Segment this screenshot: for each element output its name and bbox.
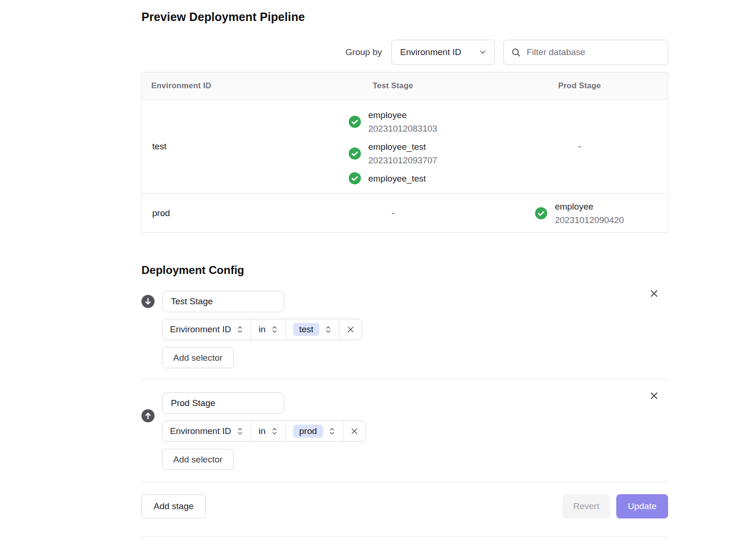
database-item: employee 20231012090420 [535, 200, 624, 227]
database-label: employee_test 20231012093707 [368, 140, 437, 167]
table-header: Environment ID Test Stage Prod Stage [142, 72, 668, 100]
database-list: employee 20231012083103 employee_test 20… [349, 108, 437, 185]
empty-stage-indicator: - [295, 208, 492, 218]
database-item: employee 20231012083103 [349, 108, 437, 135]
selector-operator-dropdown[interactable]: in [251, 421, 285, 441]
group-by-selected-value: Environment ID [400, 47, 461, 57]
pipeline-table: Environment ID Test Stage Prod Stage tes… [141, 72, 668, 233]
remove-selector-button[interactable] [339, 319, 362, 340]
database-label: employee 20231012083103 [368, 108, 437, 135]
selector-operator-label: in [259, 324, 266, 335]
search-icon [511, 48, 521, 57]
selector-key-label: Environment ID [170, 324, 231, 335]
remove-selector-button[interactable] [343, 421, 366, 441]
column-header-environment: Environment ID [142, 81, 295, 91]
selector-operator-label: in [259, 426, 266, 436]
page-title: Preview Deployment Pipeline [141, 10, 668, 24]
selector-key-label: Environment ID [170, 426, 231, 436]
database-name: employee_test [368, 172, 426, 185]
selector-value-badge: prod [293, 425, 323, 438]
add-selector-button[interactable]: Add selector [162, 449, 234, 470]
database-timestamp: 20231012093707 [368, 154, 437, 167]
group-by-select[interactable]: Environment ID [391, 40, 495, 65]
selector-value-dropdown[interactable]: test [285, 319, 339, 340]
up-down-chevrons-icon [237, 427, 243, 436]
database-name: employee [555, 200, 624, 213]
database-item: employee_test [349, 172, 426, 185]
up-down-chevrons-icon [325, 325, 331, 334]
close-icon [648, 288, 660, 299]
stage-main: Environment ID in prod [162, 392, 668, 470]
close-icon [346, 325, 355, 334]
filter-database-input[interactable] [527, 47, 660, 57]
column-header-test-stage: Test Stage [295, 81, 492, 91]
stage-name-input[interactable] [162, 392, 284, 414]
stage-config-test: Environment ID in test [141, 291, 668, 379]
table-row: prod - employee 20231012090420 [142, 193, 668, 232]
database-timestamp: 20231012090420 [555, 213, 624, 227]
close-icon [350, 427, 359, 436]
arrow-up-circle-icon [141, 409, 155, 422]
stage-name-input[interactable] [162, 291, 284, 312]
selector-key-dropdown[interactable]: Environment ID [162, 319, 251, 340]
stage-main: Environment ID in test [162, 291, 668, 368]
selector-key-dropdown[interactable]: Environment ID [162, 421, 251, 441]
check-circle-icon [349, 116, 361, 128]
chevron-down-icon [479, 48, 487, 56]
database-label: employee_test [368, 172, 426, 185]
arrow-down-circle-icon [141, 295, 155, 308]
stage-config-prod: Environment ID in prod [141, 379, 668, 482]
up-down-chevrons-icon [271, 427, 278, 436]
check-circle-icon [349, 172, 361, 184]
footer-actions: Revert Update [563, 494, 668, 518]
database-item: employee_test 20231012093707 [349, 140, 437, 167]
remove-stage-button[interactable] [648, 288, 660, 299]
bottom-divider [141, 536, 668, 537]
update-button[interactable]: Update [616, 494, 668, 518]
group-by-label: Group by [345, 47, 382, 57]
database-label: employee 20231012090420 [555, 200, 624, 227]
column-header-prod-stage: Prod Stage [492, 81, 668, 91]
selector-row: Environment ID in prod [162, 420, 366, 442]
selector-value-badge: test [293, 323, 320, 336]
selector-value-dropdown[interactable]: prod [285, 421, 343, 441]
database-timestamp: 20231012083103 [368, 122, 437, 135]
deployment-config-title: Deployment Config [141, 264, 668, 277]
revert-button[interactable]: Revert [563, 494, 610, 518]
table-row: test employee 20231012083103 [142, 100, 668, 193]
filter-database-box [503, 40, 668, 65]
environment-name: prod [142, 208, 295, 218]
check-circle-icon [349, 147, 361, 160]
up-down-chevrons-icon [329, 427, 335, 436]
config-footer: Add stage Revert Update [141, 482, 668, 518]
test-stage-cell: employee 20231012083103 employee_test 20… [295, 108, 492, 185]
database-name: employee_test [368, 140, 437, 154]
empty-stage-indicator: - [492, 141, 668, 152]
selector-row: Environment ID in test [162, 319, 362, 340]
add-selector-button[interactable]: Add selector [162, 347, 234, 368]
remove-stage-button[interactable] [648, 390, 660, 401]
database-name: employee [368, 108, 437, 122]
environment-name: test [142, 141, 295, 152]
close-icon [648, 390, 660, 401]
database-list: employee 20231012090420 [535, 200, 624, 227]
check-circle-icon [535, 207, 547, 219]
up-down-chevrons-icon [271, 325, 278, 334]
up-down-chevrons-icon [237, 325, 243, 334]
main-content: Preview Deployment Pipeline Group by Env… [141, 10, 668, 537]
pipeline-toolbar: Group by Environment ID [141, 40, 668, 65]
prod-stage-cell: employee 20231012090420 [492, 200, 668, 227]
add-stage-button[interactable]: Add stage [141, 494, 206, 518]
selector-operator-dropdown[interactable]: in [251, 319, 285, 340]
